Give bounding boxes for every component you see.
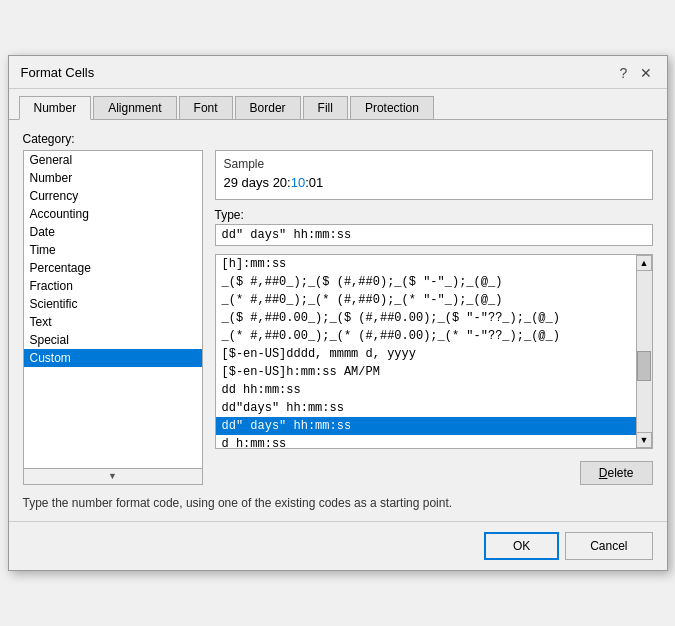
titlebar-controls: ? ✕ xyxy=(615,64,655,82)
category-item-general[interactable]: General xyxy=(24,151,202,169)
format-item-5[interactable]: _(* #,##0.00_);_(* (#,##0.00);_(* "-"??_… xyxy=(216,327,636,345)
hint-text: Type the number format code, using one o… xyxy=(23,495,653,512)
format-item-6[interactable]: [$-en-US]dddd, mmmm d, yyyy xyxy=(216,345,636,363)
sample-value-prefix: 29 days 20: xyxy=(224,175,291,190)
format-item-11[interactable]: d h:mm:ss xyxy=(216,435,636,448)
format-item-10[interactable]: dd" days" hh:mm:ss xyxy=(216,417,636,435)
sample-box: Sample 29 days 20:10:01 xyxy=(215,150,653,200)
tab-fill[interactable]: Fill xyxy=(303,96,348,120)
sample-value-highlight: 10 xyxy=(291,175,305,190)
titlebar: Format Cells ? ✕ xyxy=(9,56,667,89)
format-item-3[interactable]: _(* #,##0_);_(* (#,##0);_(* "-"_);_(@_) xyxy=(216,291,636,309)
category-list-wrapper: General Number Currency Accounting Date … xyxy=(23,150,203,485)
tab-bar: Number Alignment Font Border Fill Protec… xyxy=(9,89,667,119)
format-item-2[interactable]: _($ #,##0_);_($ (#,##0);_($ "-"_);_(@_) xyxy=(216,273,636,291)
category-item-percentage[interactable]: Percentage xyxy=(24,259,202,277)
cancel-button[interactable]: Cancel xyxy=(565,532,652,560)
category-panel: General Number Currency Accounting Date … xyxy=(23,150,203,485)
dialog-title: Format Cells xyxy=(21,65,95,80)
format-scrollbar-track[interactable] xyxy=(637,271,652,432)
main-row: General Number Currency Accounting Date … xyxy=(23,150,653,485)
format-item-8[interactable]: dd hh:mm:ss xyxy=(216,381,636,399)
category-item-text[interactable]: Text xyxy=(24,313,202,331)
format-list: [h]:mm:ss _($ #,##0_);_($ (#,##0);_($ "-… xyxy=(216,255,636,448)
footer: OK Cancel xyxy=(9,521,667,570)
format-list-wrapper: [h]:mm:ss _($ #,##0_);_($ (#,##0);_($ "-… xyxy=(215,254,653,449)
delete-button[interactable]: Delete xyxy=(580,461,653,485)
category-item-accounting[interactable]: Accounting xyxy=(24,205,202,223)
category-item-special[interactable]: Special xyxy=(24,331,202,349)
format-scrollbar: ▲ ▼ xyxy=(636,255,652,448)
format-item-4[interactable]: _($ #,##0.00_);_($ (#,##0.00);_($ "-"??_… xyxy=(216,309,636,327)
delete-label-rest: elete xyxy=(607,466,633,480)
category-list: General Number Currency Accounting Date … xyxy=(24,151,202,468)
tab-border[interactable]: Border xyxy=(235,96,301,120)
format-scroll-down[interactable]: ▼ xyxy=(636,432,652,448)
category-item-time[interactable]: Time xyxy=(24,241,202,259)
right-panel: Sample 29 days 20:10:01 Type: dd" days" … xyxy=(215,150,653,485)
format-cells-dialog: Format Cells ? ✕ Number Alignment Font B… xyxy=(8,55,668,572)
tab-alignment[interactable]: Alignment xyxy=(93,96,176,120)
close-button[interactable]: ✕ xyxy=(637,64,655,82)
type-input[interactable]: dd" days" hh:mm:ss xyxy=(215,224,653,246)
format-item-1[interactable]: [h]:mm:ss xyxy=(216,255,636,273)
category-scroll-down[interactable]: ▼ xyxy=(24,468,202,484)
format-scroll-up[interactable]: ▲ xyxy=(636,255,652,271)
category-item-currency[interactable]: Currency xyxy=(24,187,202,205)
category-label: Category: xyxy=(23,132,653,146)
dialog-body: Category: General Number Currency Accoun… xyxy=(9,119,667,522)
tab-protection[interactable]: Protection xyxy=(350,96,434,120)
tab-font[interactable]: Font xyxy=(179,96,233,120)
delete-section: Delete xyxy=(215,461,653,485)
category-item-number[interactable]: Number xyxy=(24,169,202,187)
ok-button[interactable]: OK xyxy=(484,532,559,560)
format-item-9[interactable]: dd"days" hh:mm:ss xyxy=(216,399,636,417)
sample-label: Sample xyxy=(224,157,644,171)
sample-value: 29 days 20:10:01 xyxy=(224,175,644,190)
category-item-date[interactable]: Date xyxy=(24,223,202,241)
category-item-fraction[interactable]: Fraction xyxy=(24,277,202,295)
format-scrollbar-thumb[interactable] xyxy=(637,351,651,381)
help-button[interactable]: ? xyxy=(615,64,633,82)
type-section: Type: dd" days" hh:mm:ss xyxy=(215,208,653,246)
category-item-custom[interactable]: Custom xyxy=(24,349,202,367)
tab-number[interactable]: Number xyxy=(19,96,92,120)
sample-value-suffix: :01 xyxy=(305,175,323,190)
format-item-7[interactable]: [$-en-US]h:mm:ss AM/PM xyxy=(216,363,636,381)
category-item-scientific[interactable]: Scientific xyxy=(24,295,202,313)
type-label: Type: xyxy=(215,208,653,222)
